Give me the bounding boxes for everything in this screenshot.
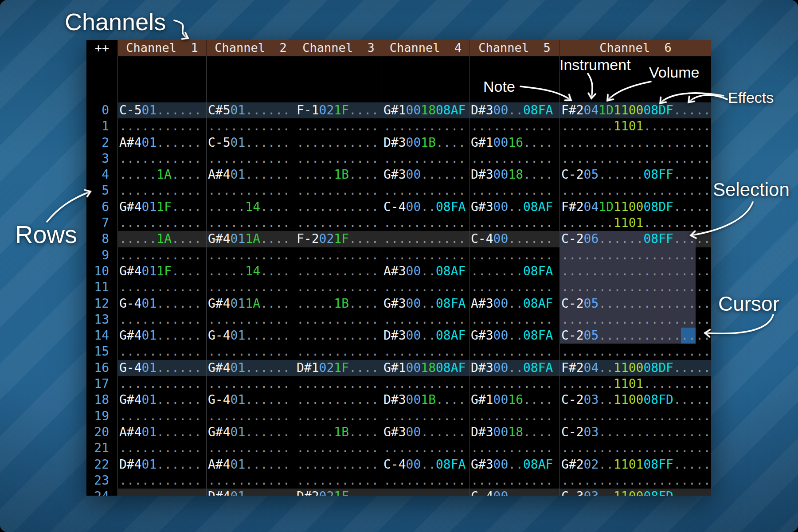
pattern-cell[interactable]: ...........: [295, 263, 382, 279]
pattern-cell[interactable]: ....................: [559, 247, 711, 263]
pattern-cell[interactable]: ...........: [295, 151, 382, 167]
pattern-cell[interactable]: A#300..08AF: [382, 263, 469, 279]
pattern-cell[interactable]: ...........: [295, 457, 382, 473]
pattern-cell[interactable]: ...........: [382, 408, 469, 424]
pattern-cell[interactable]: ...........: [117, 279, 206, 295]
pattern-cell[interactable]: F#204..110008DF.....: [559, 360, 711, 376]
pattern-cell[interactable]: ...........: [206, 183, 295, 199]
pattern-cell[interactable]: G#300..08AF: [469, 457, 559, 473]
pattern-cell[interactable]: G#4011A....: [206, 231, 295, 247]
pattern-cell[interactable]: ....................: [559, 440, 711, 456]
pattern-cell[interactable]: C-203..110008FD.....: [559, 392, 711, 408]
pattern-cell[interactable]: C-205......08FF.....: [559, 167, 711, 183]
pattern-cell[interactable]: .....1A....: [117, 167, 206, 183]
pattern-cell[interactable]: ...........: [295, 279, 382, 295]
pattern-cell[interactable]: G#401......: [206, 360, 295, 376]
pattern-cell[interactable]: ...........: [206, 312, 295, 328]
pattern-cell[interactable]: G#4011F....: [117, 199, 206, 215]
pattern-cell[interactable]: ...........: [117, 344, 206, 360]
pattern-cell[interactable]: G#10016....: [469, 392, 559, 408]
pattern-cell[interactable]: D#2021F....: [295, 489, 382, 496]
pattern-cell[interactable]: ...........: [469, 279, 559, 295]
pattern-cell[interactable]: ....................: [559, 473, 711, 489]
pattern-cell[interactable]: G#300..08FA: [382, 296, 469, 312]
pattern-cell[interactable]: G-401......: [206, 328, 295, 344]
pattern-cell[interactable]: ...........: [382, 183, 469, 199]
pattern-cell[interactable]: ...........: [117, 473, 206, 489]
pattern-cell[interactable]: G#10016....: [469, 135, 559, 151]
pattern-cell[interactable]: ...........: [206, 376, 295, 392]
pattern-cell[interactable]: F#2041D110008DF.....: [559, 102, 711, 118]
pattern-cell[interactable]: ...........: [469, 473, 559, 489]
pattern-cell[interactable]: G#300......: [382, 424, 469, 440]
pattern-cell[interactable]: G-401......: [117, 296, 206, 312]
pattern-cell[interactable]: G#4011A....: [206, 296, 295, 312]
pattern-cell[interactable]: D#300..08FA: [469, 360, 559, 376]
pattern-cell[interactable]: ...........: [469, 376, 559, 392]
pattern-cell[interactable]: ...........: [295, 118, 382, 134]
pattern-cell[interactable]: ...........: [206, 151, 295, 167]
pattern-cell[interactable]: ...........: [295, 440, 382, 456]
pattern-cell[interactable]: ...........: [469, 118, 559, 134]
pattern-cell[interactable]: ...........: [117, 408, 206, 424]
pattern-cell[interactable]: C-206......08FF.....: [559, 231, 711, 247]
pattern-cell[interactable]: ...........: [382, 473, 469, 489]
pattern-cell[interactable]: ...........: [206, 215, 295, 231]
pattern-cell[interactable]: .......08FA: [469, 263, 559, 279]
pattern-cell[interactable]: ...........: [469, 151, 559, 167]
pattern-cell[interactable]: .....1B....: [295, 167, 382, 183]
pattern-cell[interactable]: ...........: [295, 312, 382, 328]
pattern-cell[interactable]: .......1101.........: [559, 376, 711, 392]
pattern-cell[interactable]: ...........: [206, 440, 295, 456]
pattern-cell[interactable]: ...........: [295, 328, 382, 344]
pattern-cell[interactable]: ...........: [117, 489, 206, 496]
pattern-cell[interactable]: ...........: [295, 408, 382, 424]
pattern-cell[interactable]: ...........: [382, 440, 469, 456]
pattern-cell[interactable]: D#300..08AF: [382, 328, 469, 344]
pattern-cell[interactable]: C-501......: [117, 102, 206, 118]
pattern-cell[interactable]: ....................: [559, 135, 711, 151]
pattern-cell[interactable]: A#401......: [206, 457, 295, 473]
pattern-cell[interactable]: C-205...............: [559, 328, 711, 344]
pattern-cell[interactable]: ...........: [206, 279, 295, 295]
pattern-cell[interactable]: ...........: [469, 247, 559, 263]
pattern-cell[interactable]: D#3001B....: [382, 392, 469, 408]
pattern-cell[interactable]: ...........: [295, 183, 382, 199]
pattern-cell[interactable]: ...........: [295, 247, 382, 263]
pattern-cell[interactable]: G#1001808AF: [382, 102, 469, 118]
pattern-cell[interactable]: A#401......: [117, 424, 206, 440]
pattern-cell[interactable]: C-400..08FA: [382, 199, 469, 215]
channel-header[interactable]: Channel 6: [559, 40, 711, 56]
pattern-cell[interactable]: .....1B....: [295, 424, 382, 440]
pattern-cell[interactable]: .......1101.........: [559, 215, 711, 231]
pattern-cell[interactable]: ...........: [295, 199, 382, 215]
pattern-cell[interactable]: A#401......: [117, 135, 206, 151]
pattern-cell[interactable]: ...........: [295, 392, 382, 408]
pattern-cell[interactable]: ...........: [117, 215, 206, 231]
pattern-cell[interactable]: C-205...............: [559, 296, 711, 312]
pattern-cell[interactable]: G-401......: [206, 392, 295, 408]
pattern-cell[interactable]: D#401......: [117, 457, 206, 473]
pattern-cell[interactable]: ...........: [295, 473, 382, 489]
pattern-cell[interactable]: D#1021F....: [295, 360, 382, 376]
pattern-cell[interactable]: ....................: [559, 151, 711, 167]
pattern-cell[interactable]: D#30018....: [469, 424, 559, 440]
pattern-cell[interactable]: ...........: [206, 408, 295, 424]
pattern-cell[interactable]: ...........: [117, 312, 206, 328]
pattern-cell[interactable]: G#401......: [117, 328, 206, 344]
pattern-cell[interactable]: ...........: [295, 215, 382, 231]
pattern-cell[interactable]: ...........: [206, 247, 295, 263]
pattern-cell[interactable]: .....14....: [206, 199, 295, 215]
pattern-cell[interactable]: ...........: [382, 118, 469, 134]
pattern-cell[interactable]: ....................: [559, 408, 711, 424]
pattern-cell[interactable]: A#401......: [206, 167, 295, 183]
pattern-cell[interactable]: ...........: [469, 312, 559, 328]
pattern-cell[interactable]: C-203...............: [559, 424, 711, 440]
pattern-cell[interactable]: .....1A....: [117, 231, 206, 247]
pattern-cell[interactable]: ...........: [382, 231, 469, 247]
pattern-cell[interactable]: D#300..08FA: [469, 102, 559, 118]
pattern-cell[interactable]: ...........: [117, 118, 206, 134]
pattern-cell[interactable]: ...........: [206, 118, 295, 134]
pattern-cell[interactable]: ...........: [382, 312, 469, 328]
pattern-cell[interactable]: ...........: [295, 135, 382, 151]
